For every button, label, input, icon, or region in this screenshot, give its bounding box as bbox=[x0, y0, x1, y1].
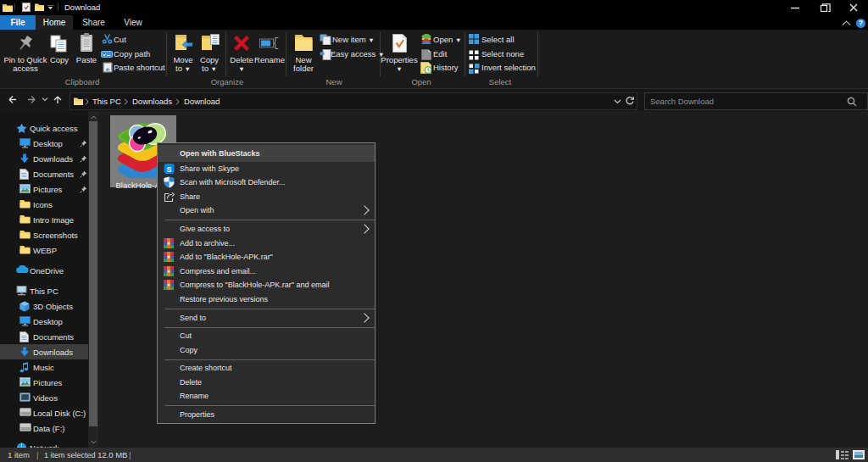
svg-text:S: S bbox=[166, 165, 171, 174]
